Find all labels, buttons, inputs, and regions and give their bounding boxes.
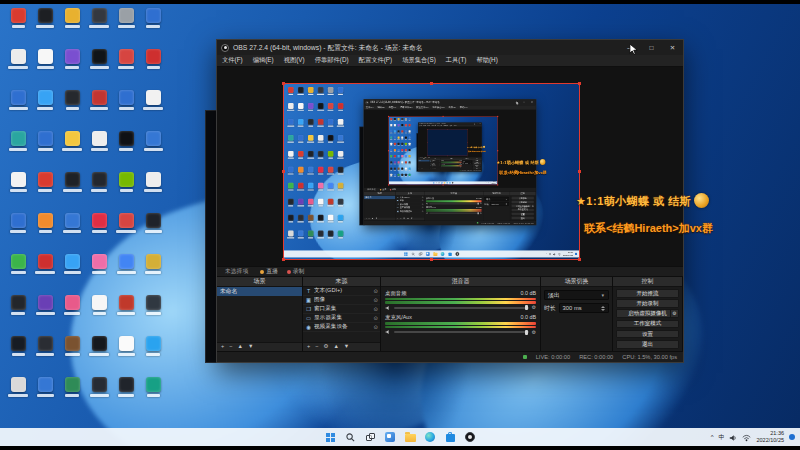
channel-gear-icon[interactable]: ⚙ bbox=[532, 330, 536, 335]
properties-icon[interactable]: ⚙ bbox=[323, 344, 328, 350]
add-icon[interactable]: + bbox=[221, 344, 224, 350]
desktop-icon[interactable] bbox=[141, 336, 165, 356]
desktop-icon[interactable] bbox=[87, 90, 111, 110]
control-button[interactable]: 设置 bbox=[616, 330, 679, 339]
desktop-icon[interactable] bbox=[6, 131, 30, 151]
desktop-icon[interactable] bbox=[114, 254, 138, 274]
scene-item[interactable]: 未命名 bbox=[217, 287, 302, 296]
desktop-icon[interactable] bbox=[6, 336, 30, 356]
desktop-icon[interactable] bbox=[114, 377, 138, 397]
desktop-icon[interactable] bbox=[114, 8, 138, 28]
desktop-icon[interactable] bbox=[114, 90, 138, 110]
menu-item[interactable]: 停靠部件(D) bbox=[310, 56, 354, 65]
remove-icon[interactable]: − bbox=[315, 344, 318, 350]
menu-item[interactable]: 文件(F) bbox=[217, 56, 248, 65]
menu-item[interactable]: 帮助(H) bbox=[471, 56, 502, 65]
desktop-icon[interactable] bbox=[87, 295, 111, 315]
desktop-icon[interactable] bbox=[114, 49, 138, 69]
speaker-icon[interactable] bbox=[385, 329, 391, 335]
add-icon[interactable]: + bbox=[307, 344, 310, 350]
task-view-icon[interactable] bbox=[363, 430, 377, 444]
move-down-icon[interactable]: ▼ bbox=[248, 344, 253, 350]
visibility-eye-icon[interactable]: ⊙ bbox=[374, 324, 378, 330]
desktop-icon[interactable] bbox=[60, 377, 84, 397]
transition-select[interactable]: 淡出 ▼ bbox=[544, 290, 609, 300]
control-button[interactable]: 工作室模式 bbox=[616, 320, 679, 329]
desktop-icon[interactable] bbox=[6, 49, 30, 69]
obs-icon[interactable] bbox=[463, 430, 477, 444]
desktop-icon[interactable] bbox=[33, 254, 57, 274]
transition-duration-input[interactable]: 300 ms bbox=[559, 303, 609, 313]
desktop-icon[interactable] bbox=[6, 377, 30, 397]
desktop-icon[interactable] bbox=[33, 336, 57, 356]
desktop-icon[interactable] bbox=[141, 172, 165, 192]
desktop-icon[interactable] bbox=[141, 254, 165, 274]
desktop-icon[interactable] bbox=[141, 49, 165, 69]
desktop-icon[interactable] bbox=[6, 172, 30, 192]
speaker-icon[interactable] bbox=[385, 305, 391, 311]
obs-preview[interactable]: OBS 27.2.4 (64-bit, windows) - 配置文件: 未命名… bbox=[217, 67, 683, 266]
edge-icon[interactable] bbox=[423, 430, 437, 444]
desktop-icon[interactable] bbox=[60, 172, 84, 192]
desktop-icon[interactable] bbox=[114, 172, 138, 192]
volume-slider[interactable] bbox=[394, 307, 529, 309]
widgets-icon[interactable] bbox=[383, 430, 397, 444]
desktop-icon[interactable] bbox=[114, 131, 138, 151]
desktop-icon[interactable] bbox=[87, 377, 111, 397]
desktop-icon[interactable] bbox=[33, 90, 57, 110]
desktop-icon[interactable] bbox=[87, 172, 111, 192]
menu-item[interactable]: 视图(V) bbox=[279, 56, 310, 65]
desktop-icon[interactable] bbox=[60, 131, 84, 151]
desktop-icon[interactable] bbox=[141, 8, 165, 28]
maximize-button[interactable]: □ bbox=[641, 40, 662, 55]
desktop-icon[interactable] bbox=[33, 49, 57, 69]
desktop-icon[interactable] bbox=[114, 213, 138, 233]
sources-list[interactable]: T文本(GDI+)⊙▣图像⊙❐窗口采集⊙▭显示器采集⊙◉视频采集设备⊙ bbox=[303, 287, 380, 342]
desktop-icon[interactable] bbox=[60, 213, 84, 233]
desktop-icon[interactable] bbox=[33, 377, 57, 397]
desktop-icon[interactable] bbox=[87, 131, 111, 151]
desktop-icon[interactable] bbox=[6, 295, 30, 315]
desktop-icon[interactable] bbox=[60, 295, 84, 315]
desktop-icon[interactable] bbox=[33, 295, 57, 315]
menu-item[interactable]: 配置文件(P) bbox=[354, 56, 398, 65]
desktop-icon[interactable] bbox=[60, 90, 84, 110]
desktop-icon[interactable] bbox=[87, 8, 111, 28]
menu-item[interactable]: 编辑(E) bbox=[248, 56, 279, 65]
visibility-eye-icon[interactable]: ⊙ bbox=[374, 297, 378, 303]
control-button[interactable]: 启动虚拟摄像机⚙ bbox=[616, 309, 679, 318]
ime-indicator[interactable]: 中 bbox=[718, 434, 724, 440]
desktop-icon[interactable] bbox=[87, 336, 111, 356]
desktop-icon[interactable] bbox=[141, 131, 165, 151]
source-item[interactable]: ▣图像⊙ bbox=[303, 296, 380, 305]
source-item[interactable]: ◉视频采集设备⊙ bbox=[303, 323, 380, 332]
desktop-icon[interactable] bbox=[6, 213, 30, 233]
desktop-icon[interactable] bbox=[33, 213, 57, 233]
notification-badge[interactable] bbox=[789, 434, 795, 440]
source-item[interactable]: T文本(GDI+)⊙ bbox=[303, 287, 380, 296]
desktop-icon[interactable] bbox=[33, 8, 57, 28]
desktop-icon[interactable] bbox=[141, 295, 165, 315]
control-button[interactable]: 开始录制 bbox=[616, 299, 679, 308]
wifi-icon[interactable] bbox=[742, 428, 751, 446]
remove-icon[interactable]: − bbox=[229, 344, 232, 350]
desktop-icon[interactable] bbox=[87, 254, 111, 274]
move-up-icon[interactable]: ▲ bbox=[333, 344, 338, 350]
move-down-icon[interactable]: ▼ bbox=[344, 344, 349, 350]
start-icon[interactable] bbox=[323, 430, 337, 444]
clock[interactable]: 21:36 2022/10/25 bbox=[756, 430, 784, 443]
desktop-icon[interactable] bbox=[141, 213, 165, 233]
desktop-icon[interactable] bbox=[87, 213, 111, 233]
volume-slider[interactable] bbox=[394, 331, 529, 333]
vcam-settings-icon[interactable]: ⚙ bbox=[670, 310, 678, 317]
tray-chevron-icon[interactable]: ^ bbox=[711, 434, 714, 440]
control-button[interactable]: 开始推流 bbox=[616, 289, 679, 298]
desktop-icon[interactable] bbox=[33, 172, 57, 192]
visibility-eye-icon[interactable]: ⊙ bbox=[374, 288, 378, 294]
desktop-icon[interactable] bbox=[87, 49, 111, 69]
desktop-icon[interactable] bbox=[114, 295, 138, 315]
channel-gear-icon[interactable]: ⚙ bbox=[532, 305, 536, 310]
desktop-icon[interactable] bbox=[60, 254, 84, 274]
control-button[interactable]: 退出 bbox=[616, 340, 679, 349]
menu-item[interactable]: 场景集合(S) bbox=[397, 56, 441, 65]
